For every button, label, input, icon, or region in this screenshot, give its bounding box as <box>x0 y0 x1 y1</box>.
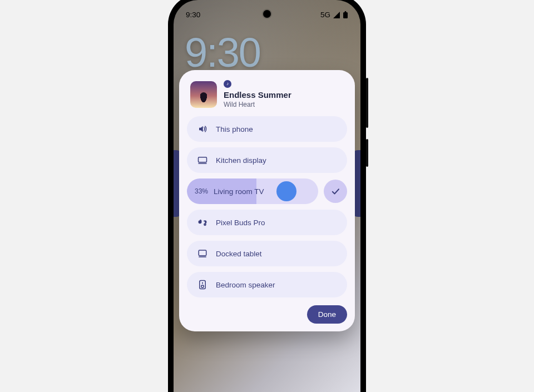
status-network-label: 5G <box>320 11 330 19</box>
track-title: Endless Summer <box>224 90 291 100</box>
battery-icon <box>343 11 348 19</box>
screen: 9:30 5G 9:30 ♪ Endless Summer <box>174 0 360 392</box>
camera-punchhole <box>263 10 271 18</box>
volume-icon <box>196 124 209 134</box>
svg-rect-5 <box>199 250 206 256</box>
svg-rect-1 <box>345 11 347 12</box>
tablet-icon <box>196 249 209 258</box>
device-pixel-buds-pro[interactable]: Pixel Buds Pro <box>187 210 347 235</box>
earbuds-icon <box>196 218 209 227</box>
display-icon <box>196 156 209 164</box>
now-playing: ♪ Endless Summer Wild Heart <box>187 79 347 116</box>
device-bedroom-speaker[interactable]: Bedroom speaker <box>187 272 347 297</box>
device-living-room-tv[interactable]: 33% Living room TV <box>187 178 318 204</box>
speaker-icon <box>196 280 209 290</box>
lockscreen-clock: 9:30 <box>185 29 260 76</box>
device-label: Docked tablet <box>216 250 262 258</box>
device-label: Kitchen display <box>216 156 266 165</box>
device-selected-check[interactable] <box>324 180 347 203</box>
svg-rect-0 <box>343 12 348 18</box>
status-time: 9:30 <box>186 11 200 19</box>
track-artist: Wild Heart <box>224 101 291 108</box>
device-list: This phone Kitchen display 33% Living ro… <box>187 116 347 297</box>
svg-rect-2 <box>199 157 207 162</box>
volume-thumb[interactable] <box>276 181 296 201</box>
device-label: Living room TV <box>214 187 264 196</box>
phone-frame: 9:30 5G 9:30 ♪ Endless Summer <box>168 0 366 392</box>
signal-icon <box>333 12 340 18</box>
device-docked-tablet[interactable]: Docked tablet <box>187 241 347 266</box>
album-art <box>190 81 217 108</box>
check-icon <box>330 186 340 196</box>
device-kitchen-display[interactable]: Kitchen display <box>187 147 347 173</box>
volume-rocker[interactable] <box>366 78 368 128</box>
svg-point-8 <box>201 285 204 288</box>
done-button[interactable]: Done <box>307 305 347 324</box>
device-label: Bedroom speaker <box>216 281 275 289</box>
spotify-icon: ♪ <box>224 80 231 88</box>
device-label: Pixel Buds Pro <box>216 219 265 227</box>
output-switcher-sheet: ♪ Endless Summer Wild Heart This phone <box>179 70 355 331</box>
power-button[interactable] <box>366 139 368 167</box>
device-label: This phone <box>216 125 253 133</box>
volume-percent: 33% <box>195 187 212 195</box>
svg-point-7 <box>202 282 203 284</box>
device-this-phone[interactable]: This phone <box>187 116 347 142</box>
